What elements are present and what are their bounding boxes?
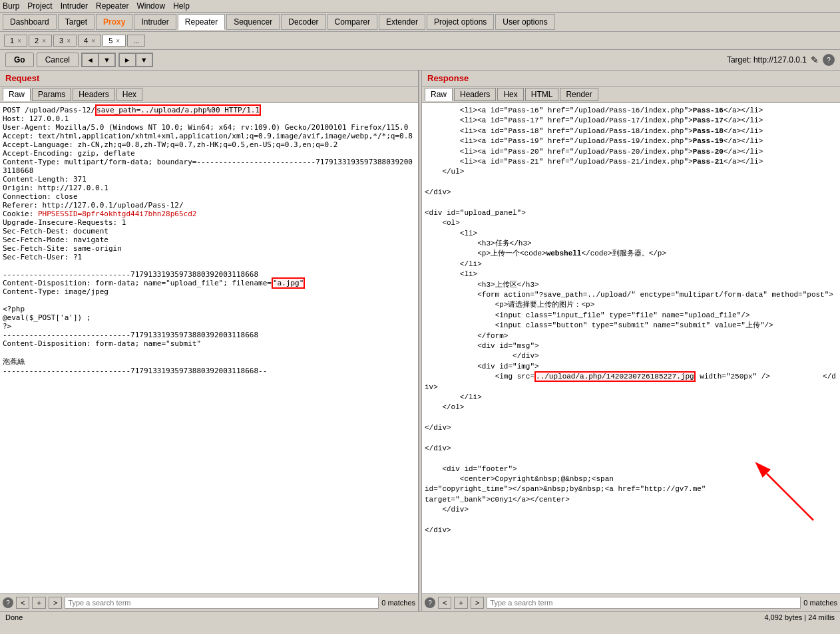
- menu-repeater[interactable]: Repeater: [96, 1, 128, 11]
- target-label: Target: http://127.0.0.1: [727, 55, 807, 65]
- request-panel: Request Raw Params Headers Hex POST /upl…: [0, 71, 419, 611]
- request-help-icon[interactable]: ?: [3, 597, 13, 608]
- tab-target[interactable]: Target: [58, 14, 95, 30]
- main-content: Request Raw Params Headers Hex POST /upl…: [0, 71, 840, 611]
- menu-help[interactable]: Help: [173, 1, 190, 11]
- toolbar: Go Cancel ◄ ▼ ► ▼ Target: http://127.0.0…: [0, 50, 840, 71]
- response-tab-html[interactable]: HTML: [525, 88, 559, 101]
- menu-burp[interactable]: Burp: [3, 1, 19, 11]
- request-search-add[interactable]: +: [32, 597, 45, 609]
- request-title: Request: [0, 71, 418, 86]
- back-dropdown[interactable]: ▼: [99, 53, 115, 67]
- tab-dashboard[interactable]: Dashboard: [3, 14, 57, 30]
- go-button[interactable]: Go: [5, 53, 34, 67]
- response-title: Response: [422, 71, 840, 86]
- main-tab-bar: Dashboard Target Proxy Intruder Repeater…: [0, 13, 840, 32]
- response-search-bar: ? < + > 0 matches: [422, 593, 840, 611]
- status-bar: Done 4,092 bytes | 24 millis: [0, 611, 840, 623]
- back-button[interactable]: ◄: [82, 53, 99, 67]
- tab-proxy[interactable]: Proxy: [96, 14, 132, 30]
- menu-bar: Burp Project Intruder Repeater Window He…: [0, 0, 840, 13]
- forward-button[interactable]: ►: [119, 53, 136, 67]
- response-tab-hex[interactable]: Hex: [497, 88, 523, 101]
- request-tab-hex[interactable]: Hex: [116, 88, 142, 101]
- tab-intruder[interactable]: Intruder: [134, 14, 176, 30]
- menu-project[interactable]: Project: [27, 1, 52, 11]
- tab-extender[interactable]: Extender: [379, 14, 425, 30]
- response-content[interactable]: <li><a id="Pass-16" href="/upload/Pass-1…: [422, 103, 840, 593]
- tab-user-options[interactable]: User options: [495, 14, 554, 30]
- rep-tab-5[interactable]: 5 ×: [103, 35, 126, 47]
- request-line1: POST /upload/Pass-12/save_path=../upload…: [3, 104, 413, 375]
- request-search-next[interactable]: >: [49, 597, 62, 609]
- filename-highlight: "a.jpg": [272, 277, 305, 289]
- edit-target-button[interactable]: ✎: [809, 53, 820, 67]
- status-right: 4,092 bytes | 24 millis: [764, 613, 835, 621]
- response-tab-render[interactable]: Render: [560, 88, 598, 101]
- rep-tab-4[interactable]: 4 ×: [78, 35, 101, 47]
- tab-sequencer[interactable]: Sequencer: [226, 14, 280, 30]
- rep-tab-3[interactable]: 3 ×: [53, 35, 77, 47]
- request-matches-label: 0 matches: [381, 599, 415, 607]
- rep-tab-1[interactable]: 1 ×: [4, 35, 27, 47]
- response-matches-label: 0 matches: [803, 599, 837, 607]
- tab-repeater[interactable]: Repeater: [178, 14, 225, 30]
- img-src-highlight: ../upload/a.php/1420230726185227.jpg: [534, 371, 696, 382]
- response-tab-raw[interactable]: Raw: [425, 88, 453, 101]
- response-panel: Response Raw Headers Hex HTML Render <li…: [422, 71, 840, 611]
- request-search-input[interactable]: [65, 597, 379, 609]
- request-search-bar: ? < + > 0 matches: [0, 593, 418, 611]
- save-path-highlight: save_path=../upload/a.php%00 HTTP/1.1: [95, 104, 261, 116]
- response-sub-tabs: Raw Headers Hex HTML Render: [422, 86, 840, 103]
- rep-tab-2[interactable]: 2 ×: [29, 35, 52, 47]
- request-tab-headers[interactable]: Headers: [73, 88, 114, 101]
- response-search-add[interactable]: +: [454, 597, 467, 609]
- cancel-button[interactable]: Cancel: [37, 53, 79, 67]
- menu-intruder[interactable]: Intruder: [61, 1, 88, 11]
- status-left: Done: [5, 613, 23, 621]
- response-text: <li><a id="Pass-16" href="/upload/Pass-1…: [425, 106, 836, 534]
- request-tab-raw[interactable]: Raw: [3, 88, 31, 101]
- response-search-next[interactable]: >: [471, 597, 484, 609]
- request-content[interactable]: POST /upload/Pass-12/save_path=../upload…: [0, 103, 418, 593]
- help-target-button[interactable]: ?: [823, 54, 835, 66]
- forward-dropdown[interactable]: ▼: [136, 53, 152, 67]
- cookie-value: PHPSESSID=8pfr4okhtgd44i7bhn28p65cd2: [38, 210, 196, 218]
- tab-decoder[interactable]: Decoder: [281, 14, 325, 30]
- tab-project-options[interactable]: Project options: [427, 14, 494, 30]
- response-tab-headers[interactable]: Headers: [454, 88, 496, 101]
- menu-window[interactable]: Window: [136, 1, 165, 11]
- rep-tab-more[interactable]: ...: [127, 35, 145, 47]
- response-search-prev[interactable]: <: [438, 597, 451, 609]
- request-search-prev[interactable]: <: [16, 597, 29, 609]
- response-help-icon[interactable]: ?: [425, 597, 435, 608]
- tab-comparer[interactable]: Comparer: [327, 14, 377, 30]
- repeater-tab-bar: 1 × 2 × 3 × 4 × 5 × ...: [0, 32, 840, 50]
- request-tab-params[interactable]: Params: [32, 88, 71, 101]
- request-sub-tabs: Raw Params Headers Hex: [0, 86, 418, 103]
- response-search-input[interactable]: [487, 597, 801, 609]
